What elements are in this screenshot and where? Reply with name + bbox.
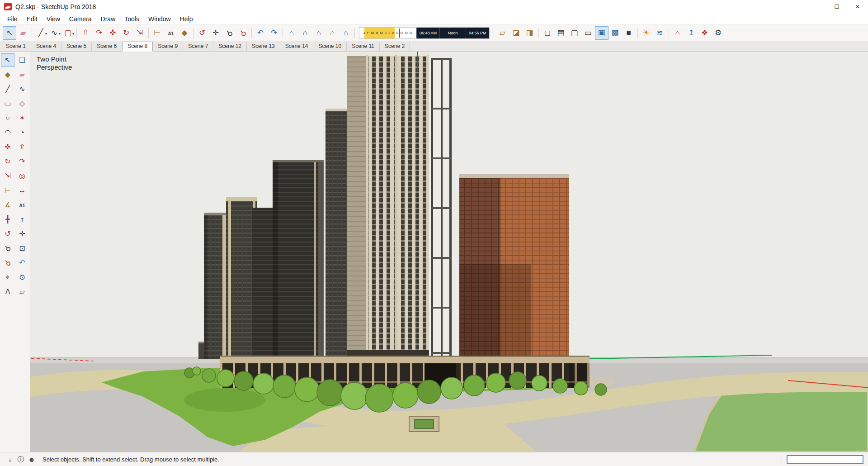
signin-button[interactable]: ☻ [26, 454, 37, 465]
palette-paint-bucket-button[interactable]: ◆ [1, 68, 14, 81]
section-plane-button[interactable]: ▱ [496, 26, 509, 40]
palette-push-pull-button[interactable]: ⇧ [15, 140, 29, 154]
menu-file[interactable]: File [3, 14, 22, 24]
palette-zoom-window-button[interactable]: ⊡ [15, 242, 29, 255]
palette-position-camera-button[interactable]: ⌖ [1, 271, 14, 284]
zoom-extents-button[interactable]: ⚲ [236, 26, 250, 40]
scene-tab-8[interactable]: Scene 8 [122, 42, 153, 52]
measurements-input[interactable] [787, 455, 863, 464]
scene-tab-9[interactable]: Scene 9 [153, 42, 183, 51]
palette-rectangle-button[interactable]: ▭ [1, 97, 14, 110]
scene-tab-1[interactable]: Scene 1 [1, 42, 31, 51]
next-view-button[interactable]: ↷ [267, 26, 281, 40]
tape-measure-tool-button[interactable]: ⊢ [151, 26, 164, 40]
rotate-tool-button[interactable]: ↻ [119, 26, 133, 40]
freehand-tool-button[interactable]: ∿▾ [47, 26, 61, 40]
scene-tab-6[interactable]: Scene 6 [92, 42, 122, 51]
select-tool-button[interactable]: ↖ [3, 26, 16, 40]
monochrome-style-button[interactable]: ■ [622, 26, 636, 40]
previous-view-button[interactable]: ↶ [254, 26, 267, 40]
shaded-style-button[interactable]: ▣ [595, 26, 609, 40]
follow-me-tool-button[interactable]: ↷ [92, 26, 106, 40]
menu-camera[interactable]: Camera [65, 14, 96, 24]
viewport-canvas[interactable]: Two Point Perspective [30, 52, 868, 452]
share-model-button[interactable]: ↥ [684, 26, 698, 40]
shadow-date-slider[interactable]: J F M A M J J A S O N D [359, 28, 416, 38]
palette-pie-button[interactable]: ◔ [15, 126, 29, 139]
menu-tools[interactable]: Tools [120, 14, 144, 24]
shadows-toggle-button[interactable]: ☀ [640, 26, 653, 40]
palette-protractor-button[interactable]: ∡ [1, 198, 14, 212]
section-fill-button[interactable]: ◪ [509, 26, 523, 40]
back-edges-style-button[interactable]: ▤ [554, 26, 568, 40]
scene-tab-13[interactable]: Scene 13 [247, 42, 280, 51]
palette-zoom-extents-button[interactable]: ⚲ [1, 256, 14, 270]
right-view-button[interactable]: ⌂ [326, 26, 339, 40]
menu-edit[interactable]: Edit [22, 14, 42, 24]
palette-arc-button[interactable]: ◠ [1, 126, 14, 139]
menu-view[interactable]: View [42, 14, 65, 24]
credits-button[interactable]: ⓘ [15, 454, 26, 465]
palette-rotated-rectangle-button[interactable]: ◇ [15, 97, 29, 110]
palette-polygon-button[interactable]: ✶ [15, 111, 29, 125]
scene-tab-4[interactable]: Scene 4 [31, 42, 61, 51]
menu-window[interactable]: Window [144, 14, 175, 24]
scene-tab-12[interactable]: Scene 12 [213, 42, 247, 51]
paint-bucket-tool-button[interactable]: ◆ [178, 26, 191, 40]
palette-scale-button[interactable]: ⇲ [1, 169, 14, 183]
shapes-tool-button[interactable]: ▢▾ [61, 26, 75, 40]
extension-warehouse-button[interactable]: ❖ [698, 26, 712, 40]
menu-help[interactable]: Help [175, 14, 198, 24]
palette-dimension-button[interactable]: ↔ [15, 184, 29, 197]
push-pull-tool-button[interactable]: ⇧ [79, 26, 92, 40]
palette-tape-measure-button[interactable]: ⊢ [1, 184, 14, 197]
palette-rotate-button[interactable]: ↻ [1, 155, 14, 168]
palette-pan-button[interactable]: ✛ [15, 227, 29, 241]
scene-tab-14[interactable]: Scene 14 [280, 42, 314, 51]
scene-tab-7[interactable]: Scene 7 [183, 42, 213, 51]
scene-tab-2[interactable]: Scene 2 [380, 42, 410, 51]
palette-circle-button[interactable]: ○ [1, 111, 14, 125]
back-view-button[interactable]: ⌂ [339, 26, 353, 40]
palette-offset-button[interactable]: ◎ [15, 169, 29, 183]
shadow-time-slider[interactable]: Noon [439, 28, 466, 38]
section-display-button[interactable]: ◨ [523, 26, 537, 40]
palette-section-plane-button[interactable]: ▱ [15, 285, 29, 299]
x-ray-style-button[interactable]: ◻ [541, 26, 554, 40]
palette-previous-button[interactable]: ↶ [15, 256, 29, 270]
palette-move-button[interactable]: ✜ [1, 140, 14, 154]
palette-eraser-button[interactable]: ▰ [15, 68, 29, 81]
front-view-button[interactable]: ⌂ [312, 26, 326, 40]
line-tool-button[interactable]: ╱▾ [34, 26, 47, 40]
top-view-button[interactable]: ⌂ [298, 26, 312, 40]
shaded-textures-style-button[interactable]: ▩ [609, 26, 622, 40]
palette-zoom-button[interactable]: ⚲ [1, 242, 14, 255]
palette-follow-me-button[interactable]: ↷ [15, 155, 29, 168]
fog-toggle-button[interactable]: ≋ [653, 26, 667, 40]
eraser-tool-button[interactable]: ▰ [16, 26, 30, 40]
menu-draw[interactable]: Draw [96, 14, 120, 24]
palette-freehand-button[interactable]: ∿ [15, 82, 29, 96]
close-button[interactable]: ✕ [847, 0, 868, 13]
palette-text-button[interactable]: A1 [15, 198, 29, 212]
palette-walk-button[interactable]: Λ [1, 285, 14, 299]
scale-tool-button[interactable]: ⇲ [133, 26, 146, 40]
palette-make-component-button[interactable]: ❏ [15, 53, 29, 67]
scene-tab-10[interactable]: Scene 10 [313, 42, 347, 51]
text-tool-button[interactable]: A1 [164, 26, 178, 40]
shadow-date-marker[interactable] [399, 29, 400, 38]
maximize-button[interactable]: ☐ [826, 0, 847, 13]
scene-tab-11[interactable]: Scene 11 [347, 42, 380, 51]
zoom-tool-button[interactable]: ⚲ [222, 26, 236, 40]
pan-tool-button[interactable]: ✛ [209, 26, 222, 40]
scene-tab-5[interactable]: Scene 5 [61, 42, 92, 51]
palette-select-button[interactable]: ↖ [1, 53, 14, 67]
palette-orbit-button[interactable]: ↺ [1, 227, 14, 241]
get-models-button[interactable]: ⌂ [671, 26, 684, 40]
preferences-button[interactable]: ⚙ [712, 26, 725, 40]
orbit-tool-button[interactable]: ↺ [195, 26, 209, 40]
palette-3d-text-button[interactable]: T [15, 213, 29, 226]
palette-axes-button[interactable]: ╋ [1, 213, 14, 226]
hidden-line-style-button[interactable]: ▭ [581, 26, 595, 40]
geolocation-button[interactable]: ♁ [5, 454, 15, 465]
